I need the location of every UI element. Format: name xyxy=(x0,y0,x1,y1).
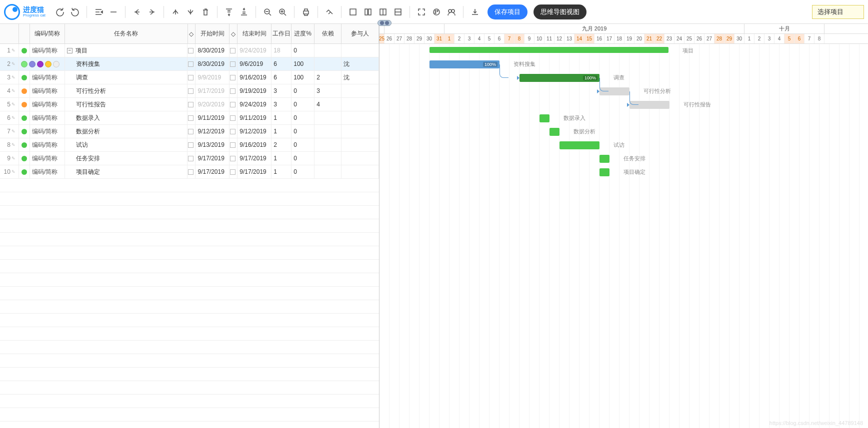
table-row[interactable]: 8编码/简称试访9/13/20199/16/201920 xyxy=(0,138,379,152)
row-milestone-end[interactable] xyxy=(230,98,238,111)
row-participant[interactable] xyxy=(342,138,379,151)
row-end[interactable]: 9/11/2019 xyxy=(238,111,272,124)
row-milestone-start[interactable] xyxy=(188,111,196,124)
layout2-button[interactable] xyxy=(362,5,374,18)
table-row-empty[interactable] xyxy=(0,287,379,300)
table-row-empty[interactable] xyxy=(0,314,379,327)
align-top-button[interactable] xyxy=(222,5,236,18)
splitter-handle[interactable] xyxy=(378,20,392,26)
row-color[interactable] xyxy=(19,111,30,124)
row-workdays[interactable]: 18 xyxy=(272,44,292,57)
row-end[interactable]: 9/17/2019 xyxy=(238,152,272,165)
gantt-bar[interactable]: 100% xyxy=(520,74,600,82)
row-depend[interactable] xyxy=(314,125,342,138)
row-milestone-start[interactable] xyxy=(188,57,196,70)
row-workdays[interactable]: 3 xyxy=(272,84,292,97)
row-start[interactable]: 8/30/2019 xyxy=(196,44,230,57)
row-name[interactable]: 资料搜集 xyxy=(65,57,188,70)
row-depend[interactable]: 2 xyxy=(314,71,342,84)
gantt-bar[interactable] xyxy=(560,141,600,149)
row-code[interactable]: 编码/简称 xyxy=(30,125,65,138)
table-row-empty[interactable] xyxy=(0,206,379,219)
row-start[interactable]: 9/12/2019 xyxy=(196,125,230,138)
fullscreen-button[interactable] xyxy=(415,5,428,18)
row-progress[interactable]: 0 xyxy=(292,165,314,178)
gantt-bar[interactable] xyxy=(600,168,610,176)
row-depend[interactable] xyxy=(314,138,342,151)
row-participant[interactable] xyxy=(342,125,379,138)
table-row[interactable]: 5编码/简称可行性报告9/20/20199/24/2019304 xyxy=(0,98,379,111)
mindmap-view-button[interactable]: 思维导图视图 xyxy=(534,4,586,19)
table-row-empty[interactable] xyxy=(0,179,379,192)
gantt-bar[interactable] xyxy=(600,155,610,163)
table-row-empty[interactable] xyxy=(0,381,379,395)
row-start[interactable]: 9/17/2019 xyxy=(196,152,230,165)
row-start[interactable]: 9/11/2019 xyxy=(196,111,230,124)
move-down-button[interactable] xyxy=(184,5,197,18)
row-end[interactable]: 9/19/2019 xyxy=(238,84,272,97)
layout3-button[interactable] xyxy=(376,5,390,18)
row-depend[interactable]: 4 xyxy=(314,98,342,111)
table-row-empty[interactable] xyxy=(0,408,379,422)
row-milestone-start[interactable] xyxy=(188,138,196,151)
row-progress[interactable]: 100 xyxy=(292,71,314,84)
table-row-empty[interactable] xyxy=(0,341,379,354)
row-participant[interactable] xyxy=(342,165,379,178)
row-workdays[interactable]: 6 xyxy=(272,57,292,70)
row-name[interactable]: 调查 xyxy=(65,71,188,84)
col-code[interactable]: 编码/简称 xyxy=(30,24,65,43)
row-start[interactable]: 9/20/2019 xyxy=(196,98,230,111)
gantt-bar[interactable] xyxy=(550,128,560,136)
row-milestone-end[interactable] xyxy=(230,57,238,70)
row-depend[interactable] xyxy=(314,57,342,70)
row-milestone-end[interactable] xyxy=(230,138,238,151)
row-milestone-end[interactable] xyxy=(230,84,238,97)
row-milestone-start[interactable] xyxy=(188,84,196,97)
row-progress[interactable]: 0 xyxy=(292,125,314,138)
table-row-empty[interactable] xyxy=(0,273,379,287)
row-participant[interactable]: 沈 xyxy=(342,71,379,84)
gantt-bar[interactable] xyxy=(430,47,668,53)
row-code[interactable]: 编码/简称 xyxy=(30,71,65,84)
row-milestone-start[interactable] xyxy=(188,98,196,111)
link-button[interactable] xyxy=(323,5,336,18)
row-progress[interactable]: 0 xyxy=(292,152,314,165)
row-color[interactable] xyxy=(19,138,30,151)
row-end[interactable]: 9/17/2019 xyxy=(238,165,272,178)
row-depend[interactable] xyxy=(314,152,342,165)
row-code[interactable]: 编码/简称 xyxy=(30,165,65,178)
table-row-empty[interactable] xyxy=(0,395,379,408)
row-workdays[interactable]: 1 xyxy=(272,125,292,138)
row-start[interactable]: 9/13/2019 xyxy=(196,138,230,151)
row-color[interactable] xyxy=(19,44,30,57)
table-row[interactable]: 10编码/简称项目确定9/17/20199/17/201910 xyxy=(0,165,379,179)
zoom-in-button[interactable] xyxy=(276,5,289,18)
save-project-button[interactable]: 保存项目 xyxy=(488,4,528,19)
row-milestone-start[interactable] xyxy=(188,165,196,178)
row-workdays[interactable]: 3 xyxy=(272,98,292,111)
table-row-empty[interactable] xyxy=(0,260,379,273)
row-milestone-end[interactable] xyxy=(230,152,238,165)
row-end[interactable]: 9/16/2019 xyxy=(238,138,272,151)
move-right-button[interactable] xyxy=(146,5,158,18)
col-depend[interactable]: 依赖 xyxy=(314,24,342,43)
row-start[interactable]: 9/9/2019 xyxy=(196,71,230,84)
row-name[interactable]: 可行性分析 xyxy=(65,84,188,97)
row-progress[interactable]: 0 xyxy=(292,111,314,124)
row-color[interactable] xyxy=(19,152,30,165)
row-milestone-end[interactable] xyxy=(230,165,238,178)
move-up-button[interactable] xyxy=(169,5,182,18)
row-participant[interactable] xyxy=(342,84,379,97)
row-end[interactable]: 9/24/2019 xyxy=(238,44,272,57)
row-milestone-end[interactable] xyxy=(230,44,238,57)
row-depend[interactable] xyxy=(314,165,342,178)
row-code[interactable]: 编码/简称 xyxy=(30,111,65,124)
col-end[interactable]: 结束时间 xyxy=(238,24,272,43)
table-row[interactable]: 2资料搜集8/30/20199/6/20196100沈 xyxy=(0,57,379,71)
row-milestone-start[interactable] xyxy=(188,71,196,84)
row-name[interactable]: 可行性报告 xyxy=(65,98,188,111)
table-row[interactable]: 1编码/简称−项目8/30/20199/24/2019180 xyxy=(0,44,379,57)
layout4-button[interactable] xyxy=(392,5,404,18)
row-code[interactable]: 编码/简称 xyxy=(30,98,65,111)
row-milestone-start[interactable] xyxy=(188,152,196,165)
